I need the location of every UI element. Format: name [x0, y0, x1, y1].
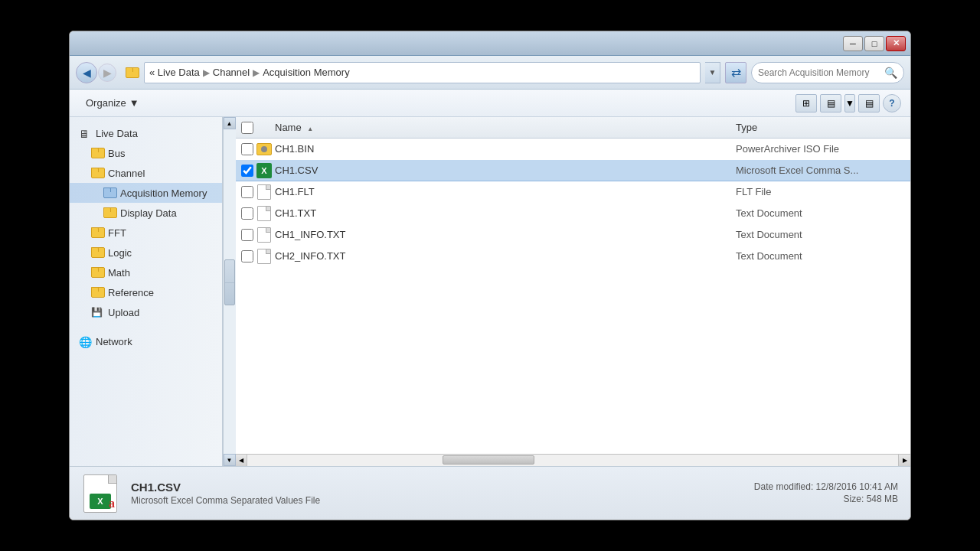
window-controls: ─ □ ✕: [843, 36, 906, 51]
preview-pane-button[interactable]: ▤: [858, 94, 880, 112]
search-icon[interactable]: 🔍: [884, 67, 897, 79]
file-type-info1: Text Document: [736, 229, 904, 240]
path-part-2: Channel: [213, 67, 250, 78]
sidebar-label-network: Network: [96, 336, 132, 347]
file-type-txt: Text Document: [736, 207, 904, 219]
file-list-header: Name ▲ Type: [235, 117, 910, 139]
view-list-button[interactable]: ▤: [820, 94, 841, 112]
sidebar-item-acquisition-memory[interactable]: Acquisition Memory: [70, 183, 222, 203]
maximize-button[interactable]: □: [864, 36, 884, 51]
status-info: CH1.CSV Microsoft Excel Comma Separated …: [131, 481, 742, 506]
sidebar-label-acquisition: Acquisition Memory: [120, 187, 207, 199]
sidebar-label-math: Math: [108, 267, 130, 279]
organize-label: Organize: [86, 97, 126, 109]
help-button[interactable]: ?: [883, 94, 901, 112]
folder-icon-bus: [91, 148, 105, 158]
row-checkbox-bin[interactable]: [241, 143, 253, 155]
back-button[interactable]: ◀: [76, 62, 97, 83]
row-checkbox-txt[interactable]: [241, 207, 253, 220]
network-icon: 🌐: [79, 336, 93, 347]
date-value: 12/8/2016 10:41 AM: [816, 481, 898, 492]
info1-icon-shape: [257, 227, 271, 243]
sidebar-item-live-data[interactable]: 🖥 Live Data: [70, 123, 222, 143]
bin-icon-shape: [256, 143, 272, 155]
table-row[interactable]: CH1.FLT FLT File: [235, 181, 910, 203]
status-description: Microsoft Excel Comma Separated Values F…: [131, 495, 742, 506]
sidebar-item-upload[interactable]: 💾 Upload: [70, 302, 222, 322]
close-button[interactable]: ✕: [886, 36, 906, 51]
sidebar-item-display-data[interactable]: Display Data: [70, 203, 222, 223]
table-row[interactable]: CH1_INFO.TXT Text Document: [235, 224, 910, 246]
file-name-info1: CH1_INFO.TXT: [275, 229, 733, 240]
row-checkbox-info1[interactable]: [241, 229, 253, 241]
table-row[interactable]: CH2_INFO.TXT Text Document: [235, 246, 910, 267]
file-area: Name ▲ Type CH1.BIN PowerArchiver ISO Fi…: [235, 117, 910, 466]
sidebar-label-upload: Upload: [108, 307, 139, 318]
row-checkbox-flt[interactable]: [241, 186, 253, 198]
main-window: ─ □ ✕ ◀ ▶ « Live Data ▶ Channel ▶ Acquis…: [69, 31, 911, 520]
folder-icon-channel: [91, 168, 105, 178]
view-dropdown-button[interactable]: ▼: [844, 94, 855, 112]
csv-icon-shape: [256, 163, 272, 178]
title-bar: ─ □ ✕: [70, 31, 910, 56]
hscroll-thumb[interactable]: [443, 455, 534, 465]
sidebar-label-fft: FFT: [108, 227, 126, 239]
csv-a-letter: a: [109, 497, 115, 510]
folder-icon-reference: [91, 287, 105, 298]
scrollbar-down-arrow[interactable]: ▼: [224, 454, 236, 466]
row-checkbox-csv[interactable]: [241, 165, 253, 177]
view-options: ⊞ ▤ ▼ ▤ ?: [795, 94, 901, 112]
organize-button[interactable]: Organize ▼: [79, 93, 146, 112]
table-row[interactable]: CH1.CSV Microsoft Excel Comma S...: [235, 160, 910, 181]
computer-icon: 🖥: [79, 128, 93, 139]
sidebar-item-bus[interactable]: Bus: [70, 143, 222, 163]
sidebar-item-logic[interactable]: Logic: [70, 243, 222, 262]
minimize-button[interactable]: ─: [843, 36, 863, 51]
file-type-flt: FLT File: [736, 186, 904, 197]
search-input[interactable]: [758, 67, 881, 78]
big-csv-icon: X a: [83, 474, 117, 513]
sidebar-scrollbar: ▲ ▼: [223, 117, 235, 466]
hscroll-left-arrow[interactable]: ◀: [235, 455, 247, 467]
folder-icon-logic: [91, 247, 105, 258]
sidebar-item-reference[interactable]: Reference: [70, 282, 222, 302]
status-bar: X a CH1.CSV Microsoft Excel Comma Separa…: [70, 466, 910, 520]
path-part-1: « Live Data: [149, 67, 200, 78]
status-file-icon: X a: [82, 474, 119, 514]
folder-icon-fft: [91, 227, 105, 238]
folder-icon-acquisition: [103, 187, 117, 198]
size-value: 548 MB: [867, 494, 898, 504]
forward-button[interactable]: ▶: [98, 64, 116, 82]
sidebar-item-channel[interactable]: Channel: [70, 163, 222, 183]
hscroll-right-arrow[interactable]: ▶: [898, 455, 910, 467]
file-name-csv: CH1.CSV: [275, 165, 733, 176]
address-path[interactable]: « Live Data ▶ Channel ▶ Acquisition Memo…: [144, 62, 701, 83]
row-checkbox-info2[interactable]: [241, 250, 253, 262]
sidebar-label-live-data: Live Data: [96, 128, 138, 139]
folder-indicator: [126, 67, 139, 78]
col-type-header[interactable]: Type: [736, 122, 904, 133]
status-size: Size: 548 MB: [754, 494, 898, 504]
refresh-button[interactable]: ⇄: [725, 62, 746, 83]
scrollbar-up-arrow[interactable]: ▲: [224, 117, 236, 129]
size-label: Size:: [844, 494, 864, 504]
upload-icon: 💾: [91, 307, 105, 318]
col-name-header[interactable]: Name ▲: [260, 122, 736, 133]
sidebar-item-fft[interactable]: FFT: [70, 223, 222, 243]
path-part-3: Acquisition Memory: [263, 67, 349, 78]
address-dropdown[interactable]: ▼: [705, 62, 720, 83]
file-icon-info1: [256, 227, 272, 243]
path-sep-2: ▶: [253, 67, 260, 78]
status-filename: CH1.CSV: [131, 481, 742, 494]
view-details-button[interactable]: ⊞: [795, 94, 817, 112]
scrollbar-thumb[interactable]: [224, 259, 235, 305]
sort-arrow-icon: ▲: [307, 126, 313, 132]
table-row[interactable]: CH1.BIN PowerArchiver ISO File: [235, 139, 910, 160]
sidebar-item-math[interactable]: Math: [70, 262, 222, 282]
file-icon-bin: [256, 142, 272, 157]
table-row[interactable]: CH1.TXT Text Document: [235, 203, 910, 224]
file-icon-flt: [256, 184, 272, 200]
sidebar-item-network[interactable]: 🌐 Network: [70, 331, 222, 351]
select-all-checkbox[interactable]: [241, 122, 253, 134]
info2-icon-shape: [257, 249, 271, 264]
